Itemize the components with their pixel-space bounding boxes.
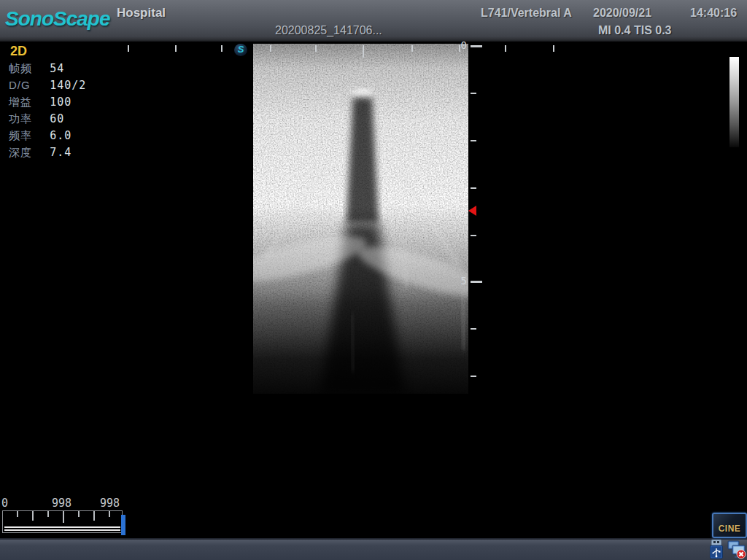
cine-position-handle[interactable] [121,515,125,535]
cine-ruler-tick [78,511,80,517]
param-value: 54 [50,62,64,75]
study-id: 20200825_141706... [275,24,382,37]
param-row-frequency: 频率 6.0 [9,129,71,143]
cine-progress-bar[interactable] [2,510,123,533]
cine-slider-track[interactable] [4,526,120,531]
depth-ruler-tick [471,281,482,283]
exam-time: 14:40:16 [690,7,737,20]
depth-ruler-tick [471,328,476,330]
cine-ruler-tick [47,511,49,517]
param-label: 功率 [9,112,47,126]
orientation-marker-icon: S [234,44,247,56]
cine-ruler-tick [63,511,64,523]
grayscale-bar [729,57,739,147]
taskbar [0,538,747,560]
imaging-mode-label: 2D [10,44,27,59]
depth-ruler-tick [471,376,476,377]
ultrasound-image [253,44,468,394]
width-ruler-tick [175,45,177,52]
ultrasound-screen: SonoScape Hospital L741/Vertebral A 2020… [0,0,747,560]
exam-date: 2020/09/21 [593,7,651,20]
width-ruler-tick [505,45,506,52]
usb-device-icon[interactable] [708,539,726,559]
param-row-power: 功率 60 [9,112,64,126]
width-ruler-tick [553,45,554,52]
param-row-dynamic-range: D/G 140/2 [9,79,86,92]
param-value: 60 [50,112,64,125]
depth-ruler-tick [471,235,476,236]
param-value: 7.4 [50,146,71,159]
param-label: 频率 [9,129,47,143]
param-value: 140/2 [50,79,86,92]
cine-button[interactable]: CINE [712,513,747,538]
width-ruler-tick [459,45,460,52]
width-ruler-tick [270,45,271,52]
width-ruler-tick [363,45,364,58]
header-bar: SonoScape Hospital L741/Vertebral A 2020… [0,0,747,42]
param-label: 帧频 [9,62,47,76]
hospital-name: Hospital [117,6,166,20]
width-ruler-tick [221,45,222,52]
param-value: 100 [50,96,71,109]
width-ruler-tick [411,45,413,52]
param-row-gain: 增益 100 [9,96,71,109]
cine-current-frame: 998 [52,497,71,510]
param-row-frame-rate: 帧频 54 [9,62,64,76]
cine-total-frames: 998 [100,497,120,510]
depth-label-0: 0 [455,39,467,51]
param-row-depth: 深度 7.4 [9,146,71,160]
depth-ruler-tick [471,140,476,141]
sonoscape-logo: SonoScape [5,7,109,31]
depth-ruler-tick [471,45,482,47]
cine-ruler-tick [32,511,34,521]
cine-ruler-tick [17,511,18,517]
param-value: 6.0 [50,129,71,142]
depth-ruler-tick [471,187,476,189]
width-ruler-tick [315,45,317,52]
depth-label-5: 5 [455,275,467,287]
acoustic-indices: MI 0.4 TIS 0.3 [598,24,671,37]
cine-ruler-tick [93,511,95,521]
param-label: 增益 [9,96,47,109]
network-status-icon[interactable] [727,539,746,559]
depth-ruler-tick [471,93,476,94]
cine-ruler-tick [109,511,110,517]
param-label: D/G [9,79,47,91]
focus-position-marker[interactable] [468,206,476,216]
param-label: 深度 [9,146,47,160]
width-ruler-tick [128,45,129,52]
probe-preset: L741/Vertebral A [481,7,572,20]
cine-start-frame: 0 [1,497,8,510]
